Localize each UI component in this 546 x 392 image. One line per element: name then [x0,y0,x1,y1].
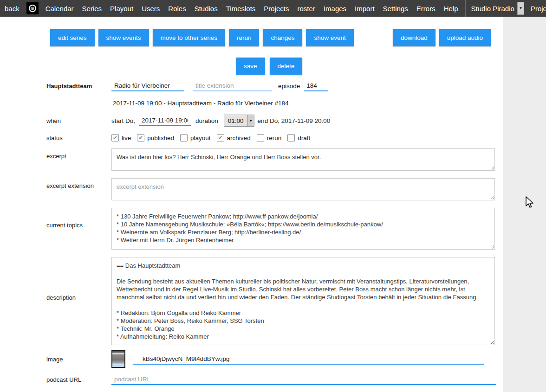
piradio-logo-icon[interactable]: m [26,2,39,14]
nav-item-timeslots[interactable]: Timeslots [222,5,260,13]
excerpt-label: excerpt [46,153,111,160]
top-nav: back m Calendar Series Playout Users Rol… [0,0,546,17]
status-checkbox-archived[interactable]: archived [217,134,251,141]
image-row: image [0,350,503,368]
checkbox-label: live [122,135,131,141]
status-label: status [46,135,111,141]
episode-label: episode [278,83,300,90]
status-checkbox-rerun[interactable]: rerun [257,134,282,141]
studio-select[interactable]: Studio Piradio ▼ [469,2,524,15]
status-checkbox-playout[interactable]: playout [180,134,211,141]
checkbox-icon[interactable] [137,134,144,141]
checkbox-label: draft [298,135,310,141]
nav-item-users[interactable]: Users [137,5,164,13]
nav-item-studios[interactable]: Studios [190,5,222,13]
status-checkbox-live[interactable]: live [111,134,131,141]
podcast-url-input[interactable] [111,374,496,385]
excerpt-textarea[interactable]: Was ist denn hier los? Herr Schinski, He… [111,148,495,171]
upload-audio-button[interactable]: upload audio [439,29,491,46]
when-row: when start Do, duration 01:00 ▼ end Do, … [0,115,503,127]
checkbox-label: rerun [267,135,282,141]
start-datetime-input[interactable] [139,115,191,126]
studio-select-arrow[interactable]: ▼ [517,2,524,15]
logo-ring: m [29,5,36,12]
nav-item-settings[interactable]: Settings [379,5,412,13]
move-to-other-series-button[interactable]: move to other series [153,29,225,46]
checkbox-icon[interactable] [217,134,224,141]
nav-item-roster[interactable]: roster [293,5,319,13]
nav-item-roles[interactable]: Roles [164,5,190,13]
changes-button[interactable]: changes [263,29,302,46]
status-row: status live published playout archived r… [0,134,503,141]
checkbox-icon[interactable] [287,134,295,141]
project-select-value: Project 88vier [529,5,546,13]
episode-image-thumbnail[interactable] [111,350,125,368]
current-topics-label: current topics [46,222,111,229]
start-day-label: start Do, [111,117,135,124]
checkbox-label: published [147,135,174,141]
nav-item-calendar[interactable]: Calendar [41,5,78,13]
title-extension-input[interactable] [193,80,272,91]
excerpt-extension-label: excerpt extension [46,182,111,189]
duration-select-arrow[interactable]: ▼ [247,115,254,126]
nav-item-import[interactable]: Import [351,5,379,13]
download-button[interactable]: download [393,29,436,46]
image-filename-input[interactable] [133,353,484,365]
excerpt-extension-row: excerpt extension [0,171,503,200]
excerpt-row: excerpt Was ist denn hier los? Herr Schi… [0,141,503,171]
nav-item-series[interactable]: Series [78,5,106,13]
episode-number-input[interactable] [304,80,328,91]
chevron-down-icon: ▼ [249,119,253,122]
checkbox-icon[interactable] [180,134,188,141]
current-topics-row: current topics * 130 Jahre Freiwillige F… [0,200,503,250]
current-topics-textarea[interactable]: * 130 Jahre Freiwillige Feuerwehr Pankow… [111,208,495,250]
summary-row: 2017-11-09 19:00 - Hauptstadtteam - Radi… [0,100,503,107]
duration-select[interactable]: 01:00 ▼ [224,115,254,127]
series-name-label: Hauptstadtteam [46,83,111,90]
description-row: description == Das Hauptstadtteam Die Se… [0,250,503,345]
end-datetime-label: end Do, 2017-11-09 20:00 [258,117,331,124]
checkbox-label: playout [190,135,211,141]
checkbox-icon[interactable] [111,134,119,141]
rerun-button[interactable]: rerun [229,29,260,46]
duration-select-value: 01:00 [224,117,247,124]
save-button[interactable]: save [236,58,265,75]
toolbar-row-top: edit series show events move to other se… [0,17,503,46]
checkbox-label: archived [227,135,251,141]
nav-item-projects[interactable]: Projects [260,5,293,13]
delete-button[interactable]: delete [270,58,303,75]
when-label: when [46,117,111,124]
episode-summary-text: 2017-11-09 19:00 - Hauptstadtteam - Radi… [111,100,289,107]
nav-item-images[interactable]: Images [319,5,351,13]
status-checkbox-draft[interactable]: draft [287,134,310,141]
studio-select-value: Studio Piradio [469,5,517,13]
podcast-url-label: podcast URL [46,376,111,383]
show-events-button[interactable]: show events [98,29,149,46]
nav-item-back[interactable]: back [4,5,24,13]
project-select[interactable]: Project 88vier ▼ [529,2,546,15]
description-textarea[interactable]: == Das Hauptstadtteam Die Sendung besteh… [111,257,495,345]
edit-series-button[interactable]: edit series [50,29,95,46]
nav-item-errors[interactable]: Errors [412,5,440,13]
mouse-cursor [525,196,534,212]
nav-separator [465,0,466,17]
title-row: Hauptstadtteam episode [0,80,503,91]
duration-label: duration [195,117,218,124]
nav-item-playout[interactable]: Playout [106,5,137,13]
podcast-url-row: podcast URL [0,374,503,385]
description-label: description [46,294,111,301]
excerpt-extension-textarea[interactable] [111,178,495,200]
episode-editor-page: edit series show events move to other se… [0,17,503,392]
show-event-button[interactable]: show event [306,29,353,46]
episode-title-input[interactable] [111,80,184,91]
checkbox-icon[interactable] [257,134,264,141]
image-label: image [46,356,111,363]
toolbar-row-center: save delete [0,46,503,75]
chevron-down-icon: ▼ [519,6,522,10]
nav-item-help[interactable]: Help [440,5,462,13]
status-checkbox-published[interactable]: published [137,134,174,141]
